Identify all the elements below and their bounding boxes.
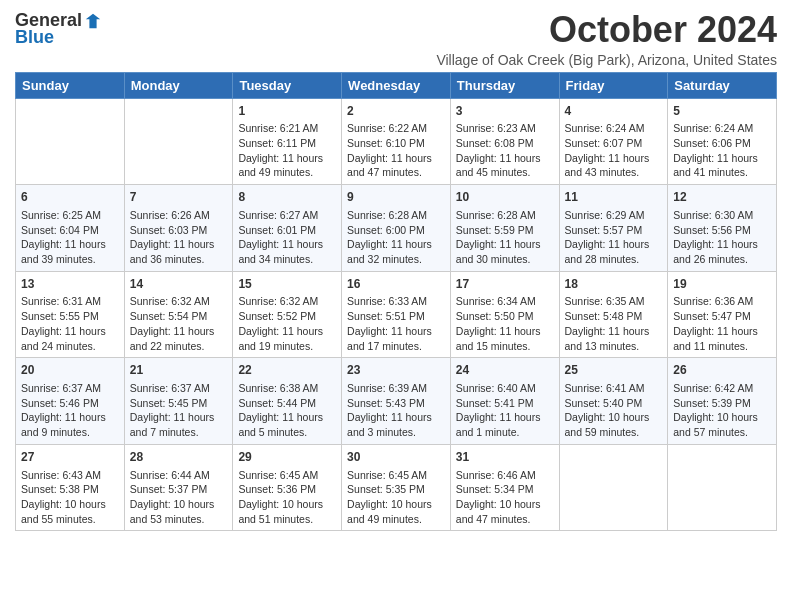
sunrise-text: Sunrise: 6:32 AM — [238, 295, 318, 307]
day-header-saturday: Saturday — [668, 72, 777, 98]
calendar-cell: 1Sunrise: 6:21 AMSunset: 6:11 PMDaylight… — [233, 98, 342, 185]
sunrise-text: Sunrise: 6:24 AM — [673, 122, 753, 134]
daylight-text: Daylight: 10 hours and 51 minutes. — [238, 498, 323, 525]
sunset-text: Sunset: 5:39 PM — [673, 397, 751, 409]
sunset-text: Sunset: 6:11 PM — [238, 137, 316, 149]
daylight-text: Daylight: 10 hours and 59 minutes. — [565, 411, 650, 438]
day-number: 5 — [673, 103, 771, 120]
sunset-text: Sunset: 6:10 PM — [347, 137, 425, 149]
sunrise-text: Sunrise: 6:46 AM — [456, 469, 536, 481]
page-header: General Blue October 2024 Village of Oak… — [15, 10, 777, 68]
day-number: 31 — [456, 449, 554, 466]
day-number: 17 — [456, 276, 554, 293]
calendar-cell: 31Sunrise: 6:46 AMSunset: 5:34 PMDayligh… — [450, 444, 559, 531]
sunset-text: Sunset: 6:06 PM — [673, 137, 751, 149]
daylight-text: Daylight: 11 hours and 11 minutes. — [673, 325, 758, 352]
day-header-monday: Monday — [124, 72, 233, 98]
logo: General Blue — [15, 10, 102, 48]
calendar-cell: 23Sunrise: 6:39 AMSunset: 5:43 PMDayligh… — [342, 358, 451, 445]
sunrise-text: Sunrise: 6:43 AM — [21, 469, 101, 481]
daylight-text: Daylight: 11 hours and 13 minutes. — [565, 325, 650, 352]
calendar-cell: 24Sunrise: 6:40 AMSunset: 5:41 PMDayligh… — [450, 358, 559, 445]
daylight-text: Daylight: 10 hours and 55 minutes. — [21, 498, 106, 525]
day-number: 2 — [347, 103, 445, 120]
sunrise-text: Sunrise: 6:25 AM — [21, 209, 101, 221]
daylight-text: Daylight: 11 hours and 7 minutes. — [130, 411, 215, 438]
calendar-row-2: 13Sunrise: 6:31 AMSunset: 5:55 PMDayligh… — [16, 271, 777, 358]
sunset-text: Sunset: 6:07 PM — [565, 137, 643, 149]
day-header-sunday: Sunday — [16, 72, 125, 98]
sunset-text: Sunset: 6:04 PM — [21, 224, 99, 236]
sunset-text: Sunset: 5:48 PM — [565, 310, 643, 322]
calendar-cell — [124, 98, 233, 185]
calendar-cell — [559, 444, 668, 531]
sunrise-text: Sunrise: 6:24 AM — [565, 122, 645, 134]
day-number: 24 — [456, 362, 554, 379]
day-number: 9 — [347, 189, 445, 206]
sunrise-text: Sunrise: 6:34 AM — [456, 295, 536, 307]
day-number: 18 — [565, 276, 663, 293]
calendar-cell: 17Sunrise: 6:34 AMSunset: 5:50 PMDayligh… — [450, 271, 559, 358]
daylight-text: Daylight: 11 hours and 9 minutes. — [21, 411, 106, 438]
daylight-text: Daylight: 11 hours and 26 minutes. — [673, 238, 758, 265]
daylight-text: Daylight: 11 hours and 30 minutes. — [456, 238, 541, 265]
sunrise-text: Sunrise: 6:30 AM — [673, 209, 753, 221]
sunset-text: Sunset: 6:08 PM — [456, 137, 534, 149]
logo-blue: Blue — [15, 27, 54, 48]
sunset-text: Sunset: 5:56 PM — [673, 224, 751, 236]
day-number: 8 — [238, 189, 336, 206]
daylight-text: Daylight: 11 hours and 47 minutes. — [347, 152, 432, 179]
daylight-text: Daylight: 11 hours and 24 minutes. — [21, 325, 106, 352]
sunset-text: Sunset: 5:34 PM — [456, 483, 534, 495]
calendar-cell: 22Sunrise: 6:38 AMSunset: 5:44 PMDayligh… — [233, 358, 342, 445]
day-number: 27 — [21, 449, 119, 466]
subtitle: Village of Oak Creek (Big Park), Arizona… — [436, 52, 777, 68]
sunset-text: Sunset: 6:01 PM — [238, 224, 316, 236]
calendar-cell: 13Sunrise: 6:31 AMSunset: 5:55 PMDayligh… — [16, 271, 125, 358]
sunset-text: Sunset: 5:40 PM — [565, 397, 643, 409]
svg-marker-0 — [86, 13, 100, 27]
calendar-cell: 30Sunrise: 6:45 AMSunset: 5:35 PMDayligh… — [342, 444, 451, 531]
sunset-text: Sunset: 5:35 PM — [347, 483, 425, 495]
daylight-text: Daylight: 11 hours and 15 minutes. — [456, 325, 541, 352]
calendar-row-1: 6Sunrise: 6:25 AMSunset: 6:04 PMDaylight… — [16, 185, 777, 272]
calendar-cell — [668, 444, 777, 531]
sunset-text: Sunset: 5:36 PM — [238, 483, 316, 495]
calendar-cell: 18Sunrise: 6:35 AMSunset: 5:48 PMDayligh… — [559, 271, 668, 358]
calendar-cell: 9Sunrise: 6:28 AMSunset: 6:00 PMDaylight… — [342, 185, 451, 272]
day-number: 28 — [130, 449, 228, 466]
calendar-cell: 10Sunrise: 6:28 AMSunset: 5:59 PMDayligh… — [450, 185, 559, 272]
day-header-wednesday: Wednesday — [342, 72, 451, 98]
calendar-cell: 25Sunrise: 6:41 AMSunset: 5:40 PMDayligh… — [559, 358, 668, 445]
day-number: 30 — [347, 449, 445, 466]
daylight-text: Daylight: 11 hours and 34 minutes. — [238, 238, 323, 265]
sunrise-text: Sunrise: 6:27 AM — [238, 209, 318, 221]
daylight-text: Daylight: 11 hours and 36 minutes. — [130, 238, 215, 265]
calendar-cell: 3Sunrise: 6:23 AMSunset: 6:08 PMDaylight… — [450, 98, 559, 185]
sunrise-text: Sunrise: 6:41 AM — [565, 382, 645, 394]
calendar-row-0: 1Sunrise: 6:21 AMSunset: 6:11 PMDaylight… — [16, 98, 777, 185]
day-number: 19 — [673, 276, 771, 293]
sunset-text: Sunset: 5:54 PM — [130, 310, 208, 322]
sunrise-text: Sunrise: 6:29 AM — [565, 209, 645, 221]
day-header-friday: Friday — [559, 72, 668, 98]
daylight-text: Daylight: 11 hours and 43 minutes. — [565, 152, 650, 179]
daylight-text: Daylight: 11 hours and 32 minutes. — [347, 238, 432, 265]
sunset-text: Sunset: 5:45 PM — [130, 397, 208, 409]
month-title: October 2024 — [436, 10, 777, 50]
daylight-text: Daylight: 10 hours and 57 minutes. — [673, 411, 758, 438]
sunrise-text: Sunrise: 6:23 AM — [456, 122, 536, 134]
daylight-text: Daylight: 11 hours and 19 minutes. — [238, 325, 323, 352]
day-number: 22 — [238, 362, 336, 379]
daylight-text: Daylight: 11 hours and 49 minutes. — [238, 152, 323, 179]
calendar-cell: 12Sunrise: 6:30 AMSunset: 5:56 PMDayligh… — [668, 185, 777, 272]
sunrise-text: Sunrise: 6:31 AM — [21, 295, 101, 307]
sunrise-text: Sunrise: 6:26 AM — [130, 209, 210, 221]
sunset-text: Sunset: 5:41 PM — [456, 397, 534, 409]
sunrise-text: Sunrise: 6:39 AM — [347, 382, 427, 394]
sunset-text: Sunset: 5:59 PM — [456, 224, 534, 236]
sunset-text: Sunset: 6:03 PM — [130, 224, 208, 236]
sunrise-text: Sunrise: 6:32 AM — [130, 295, 210, 307]
sunset-text: Sunset: 5:52 PM — [238, 310, 316, 322]
daylight-text: Daylight: 11 hours and 39 minutes. — [21, 238, 106, 265]
